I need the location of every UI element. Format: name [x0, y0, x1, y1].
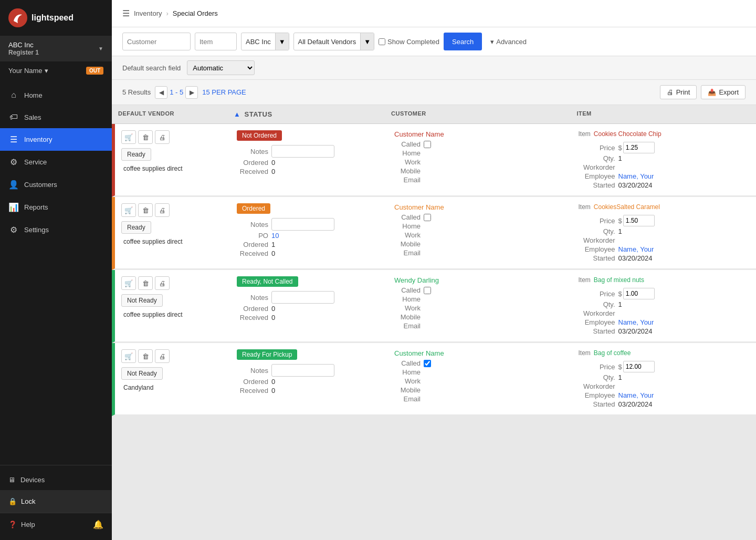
item-name-4[interactable]: Bag of coffee [594, 349, 631, 357]
started-1: 03/20/2024 [618, 181, 653, 189]
logo[interactable]: lightspeed [0, 0, 112, 36]
received-3: 0 [271, 314, 275, 321]
print-icon: 🖨 [667, 88, 674, 96]
ready-button-2[interactable]: Ready [121, 221, 151, 234]
sidebar-item-sales[interactable]: 🏷 Sales [0, 106, 112, 128]
called-checkbox-1[interactable] [424, 141, 431, 148]
item-cell-3: Item Bag of mixed nuts Price $ Qty. 1 [572, 270, 757, 341]
store-dropdown-arrow: ▼ [98, 46, 103, 51]
customer-name-2[interactable]: Customer Name [394, 203, 566, 211]
sidebar: lightspeed ABC Inc Register 1 ▼ Your Nam… [0, 0, 112, 540]
sidebar-item-service[interactable]: ⚙ Service [0, 151, 112, 173]
show-completed-checkbox[interactable] [379, 38, 385, 45]
sidebar-item-inventory[interactable]: ☰ Inventory [0, 128, 112, 151]
logo-icon [8, 8, 27, 27]
help-link[interactable]: ❓ Help [8, 521, 35, 528]
print-button[interactable]: 🖨 Print [660, 85, 697, 99]
customer-name-4[interactable]: Customer Name [394, 349, 566, 357]
item-input[interactable] [195, 33, 237, 50]
item-name-2[interactable]: CookiesSalted Caramel [594, 203, 660, 211]
cart-icon-button-1[interactable]: 🛒 [121, 130, 136, 144]
sidebar-item-devices[interactable]: 🖥 Devices [0, 470, 112, 490]
order-actions-1: 🛒 🗑 🖨 Ready coffee supplies direct [115, 124, 230, 195]
show-completed-label[interactable]: Show Completed [379, 38, 439, 46]
qty-4: 1 [618, 373, 622, 381]
table-row: 🛒 🗑 🖨 Not Ready coffee supplies direct R… [112, 270, 756, 343]
notes-input-3[interactable] [271, 291, 334, 304]
print-icon-button-2[interactable]: 🖨 [155, 203, 170, 217]
advanced-dropdown-icon: ▾ [490, 38, 494, 46]
prev-page-button[interactable]: ◀ [155, 86, 167, 99]
notes-input-2[interactable] [271, 218, 334, 231]
user-name[interactable]: Your Name ▾ [8, 67, 48, 75]
price-input-2[interactable] [623, 215, 655, 226]
vendor-dropdown-btn[interactable]: ▼ [275, 33, 289, 50]
notes-input-4[interactable] [271, 364, 334, 377]
notes-input-1[interactable] [271, 145, 334, 158]
item-name-1[interactable]: Cookies Chocolate Chip [594, 130, 662, 138]
customer-input[interactable] [122, 33, 191, 50]
price-input-4[interactable] [623, 361, 655, 372]
employee-4[interactable]: Name, Your [618, 391, 654, 399]
status-cell-3: Ready, Not Called Notes Ordered 0 Receiv… [230, 270, 388, 341]
breadcrumb-icon: ☰ [122, 8, 130, 18]
price-input-1[interactable] [623, 142, 655, 153]
store-selector[interactable]: ABC Inc Register 1 ▼ [0, 36, 112, 61]
called-checkbox-2[interactable] [424, 214, 431, 221]
sidebar-item-home[interactable]: ⌂ Home [0, 84, 112, 106]
th-status[interactable]: ▲ STATUS [227, 108, 385, 120]
print-icon-button-3[interactable]: 🖨 [155, 276, 170, 290]
sidebar-item-reports[interactable]: 📊 Reports [0, 196, 112, 219]
cart-icon-button-4[interactable]: 🛒 [121, 349, 136, 363]
customers-icon: 👤 [8, 180, 19, 190]
search-button[interactable]: Search [444, 33, 482, 50]
export-button[interactable]: 📤 Export [701, 85, 746, 99]
called-checkbox-4[interactable] [424, 360, 431, 367]
customer-cell-2: Customer Name Called Home Work Mobile Em… [388, 197, 572, 268]
employee-1[interactable]: Name, Your [618, 172, 654, 180]
ready-button-1[interactable]: Ready [121, 148, 151, 161]
delete-icon-button-1[interactable]: 🗑 [138, 130, 153, 144]
default-search-select[interactable]: Automatic Customer Name Item Name PO Num… [187, 60, 255, 75]
delete-icon-button-2[interactable]: 🗑 [138, 203, 153, 217]
customer-name-3[interactable]: Wendy Darling [394, 276, 566, 284]
all-vendors-dropdown-btn[interactable]: ▼ [360, 33, 374, 50]
sidebar-item-settings[interactable]: ⚙ Settings [0, 219, 112, 241]
bell-icon[interactable]: 🔔 [93, 520, 103, 529]
vendor-1: coffee supplies direct [121, 165, 183, 172]
item-name-3[interactable]: Bag of mixed nuts [594, 276, 644, 284]
called-checkbox-3[interactable] [424, 287, 431, 294]
per-page-selector[interactable]: 15 PER PAGE [202, 88, 246, 96]
lock-button[interactable]: 🔒 Lock [0, 490, 112, 513]
breadcrumb-separator: › [166, 9, 168, 17]
customer-cell-3: Wendy Darling Called Home Work Mobile Em… [388, 270, 572, 341]
not-ready-button-3[interactable]: Not Ready [121, 294, 163, 307]
po-2[interactable]: 10 [271, 232, 279, 240]
delete-icon-button-4[interactable]: 🗑 [138, 349, 153, 363]
started-4: 03/20/2024 [618, 400, 653, 408]
price-input-3[interactable] [623, 288, 655, 299]
th-customer: CUSTOMER [385, 108, 571, 120]
customer-cell-4: Customer Name Called Home Work Mobile Em… [388, 343, 572, 414]
main-content: ☰ Inventory › Special Orders ABC Inc ▼ A… [112, 0, 756, 540]
delete-icon-button-3[interactable]: 🗑 [138, 276, 153, 290]
cart-icon-button-3[interactable]: 🛒 [121, 276, 136, 290]
print-icon-button-1[interactable]: 🖨 [155, 130, 170, 144]
lock-icon: 🔒 [8, 497, 17, 505]
next-page-button[interactable]: ▶ [185, 86, 198, 99]
customer-name-1[interactable]: Customer Name [394, 130, 566, 138]
ordered-2: 1 [271, 241, 275, 248]
employee-3[interactable]: Name, Your [618, 318, 654, 326]
received-4: 0 [271, 387, 275, 394]
employee-2[interactable]: Name, Your [618, 245, 654, 253]
not-ready-button-4[interactable]: Not Ready [121, 367, 163, 380]
cart-icon-button-2[interactable]: 🛒 [121, 203, 136, 217]
vendor-select[interactable]: ABC Inc ▼ [241, 33, 289, 50]
qty-3: 1 [618, 300, 622, 308]
status-badge-3: Ready, Not Called [237, 276, 298, 287]
all-vendors-select[interactable]: All Default Vendors ▼ [293, 33, 374, 50]
results-bar: 5 Results ◀ 1 - 5 ▶ 15 PER PAGE 🖨 Print … [112, 80, 756, 105]
print-icon-button-4[interactable]: 🖨 [155, 349, 170, 363]
sidebar-item-customers[interactable]: 👤 Customers [0, 173, 112, 196]
advanced-button[interactable]: ▾ Advanced [486, 33, 531, 50]
